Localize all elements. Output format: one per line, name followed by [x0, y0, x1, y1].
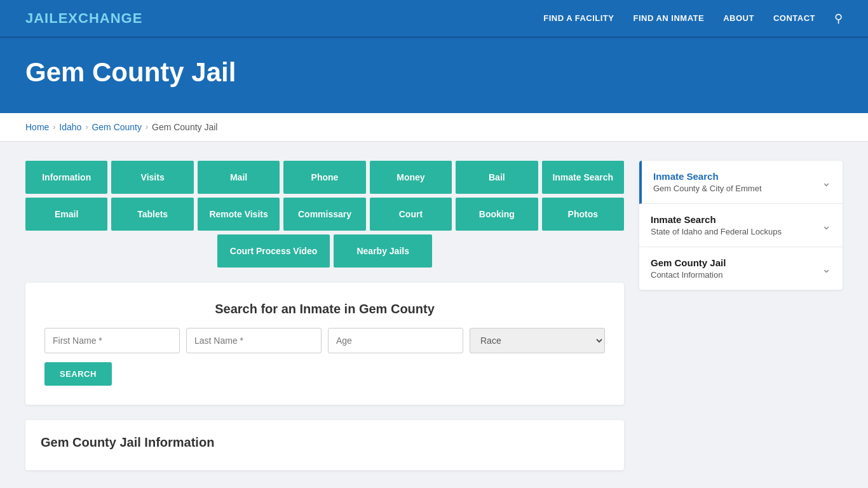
info-section: Gem County Jail Information: [25, 420, 624, 470]
right-sidebar: Inmate Search Gem County & City of Emmet…: [639, 161, 843, 470]
btn-money[interactable]: Money: [370, 161, 452, 194]
nav-contact[interactable]: CONTACT: [773, 13, 815, 23]
btn-nearby-jails[interactable]: Nearby Jails: [334, 234, 432, 268]
sidebar-item-0[interactable]: Inmate Search Gem County & City of Emmet…: [639, 161, 843, 204]
btn-email[interactable]: Email: [25, 198, 107, 231]
nav-about[interactable]: ABOUT: [723, 13, 754, 23]
breadcrumb: Home › Idaho › Gem County › Gem County J…: [0, 113, 868, 142]
sidebar-item-1[interactable]: Inmate Search State of Idaho and Federal…: [639, 204, 843, 247]
logo-jail: JAIL: [25, 10, 58, 26]
chevron-down-icon-2: ⌄: [822, 262, 831, 276]
btn-remote-visits[interactable]: Remote Visits: [198, 198, 280, 231]
breadcrumb-sep-2: ›: [85, 123, 88, 132]
breadcrumb-idaho[interactable]: Idaho: [59, 122, 81, 132]
btn-court-process-video[interactable]: Court Process Video: [217, 234, 330, 268]
chevron-down-icon-0: ⌄: [822, 175, 831, 189]
last-name-input[interactable]: [186, 328, 322, 353]
btn-mail[interactable]: Mail: [198, 161, 280, 194]
sidebar-item-text-0: Inmate Search Gem County & City of Emmet: [653, 171, 762, 193]
hero-banner: Gem County Jail: [0, 38, 868, 113]
chevron-down-icon-1: ⌄: [822, 219, 831, 233]
btn-bail[interactable]: Bail: [456, 161, 538, 194]
first-name-input[interactable]: [44, 328, 180, 353]
grid-row-2: Email Tablets Remote Visits Commissary C…: [25, 198, 624, 231]
main-content: Information Visits Mail Phone Money Bail…: [0, 142, 868, 488]
breadcrumb-sep-1: ›: [53, 123, 55, 132]
logo-exchange: EXCHANGE: [58, 10, 143, 26]
btn-commissary[interactable]: Commissary: [283, 198, 365, 231]
btn-information[interactable]: Information: [25, 161, 107, 194]
btn-photos[interactable]: Photos: [542, 198, 624, 231]
breadcrumb-sep-3: ›: [146, 123, 148, 132]
search-fields: Race White Black Hispanic Asian Native A…: [44, 328, 605, 353]
btn-inmate-search[interactable]: Inmate Search: [542, 161, 624, 194]
sidebar-card: Inmate Search Gem County & City of Emmet…: [639, 161, 843, 290]
search-icon[interactable]: ⚲: [834, 11, 843, 25]
race-select[interactable]: Race White Black Hispanic Asian Native A…: [470, 328, 605, 353]
sidebar-item-subtitle-0: Gem County & City of Emmet: [653, 184, 762, 193]
sidebar-item-subtitle-2: Contact Information: [651, 270, 726, 280]
breadcrumb-home[interactable]: Home: [25, 122, 49, 132]
page-title: Gem County Jail: [25, 57, 843, 88]
inmate-search-box: Search for an Inmate in Gem County Race …: [25, 283, 624, 405]
sidebar-item-text-1: Inmate Search State of Idaho and Federal…: [651, 214, 782, 236]
nav-find-facility[interactable]: FIND A FACILITY: [543, 13, 614, 23]
grid-row-1: Information Visits Mail Phone Money Bail…: [25, 161, 624, 194]
breadcrumb-gem-county[interactable]: Gem County: [92, 122, 142, 132]
site-logo[interactable]: JAILEXCHANGE: [25, 10, 142, 27]
search-button[interactable]: SEARCH: [44, 362, 112, 386]
navbar: JAILEXCHANGE FIND A FACILITY FIND AN INM…: [0, 0, 868, 38]
sidebar-item-title-0: Inmate Search: [653, 171, 762, 182]
search-title: Search for an Inmate in Gem County: [44, 302, 605, 316]
info-title: Gem County Jail Information: [41, 435, 609, 450]
left-section: Information Visits Mail Phone Money Bail…: [25, 161, 624, 470]
btn-booking[interactable]: Booking: [456, 198, 538, 231]
sidebar-item-subtitle-1: State of Idaho and Federal Lockups: [651, 227, 782, 236]
btn-phone[interactable]: Phone: [283, 161, 365, 194]
sidebar-item-title-2: Gem County Jail: [651, 257, 726, 268]
sidebar-item-2[interactable]: Gem County Jail Contact Information ⌄: [639, 247, 843, 290]
btn-tablets[interactable]: Tablets: [111, 198, 193, 231]
age-input[interactable]: [328, 328, 463, 353]
nav-links: FIND A FACILITY FIND AN INMATE ABOUT CON…: [543, 11, 843, 25]
grid-row-3: Court Process Video Nearby Jails: [25, 234, 624, 268]
btn-visits[interactable]: Visits: [111, 161, 193, 194]
nav-find-inmate[interactable]: FIND AN INMATE: [633, 13, 704, 23]
sidebar-item-title-1: Inmate Search: [651, 214, 782, 225]
btn-court[interactable]: Court: [370, 198, 452, 231]
breadcrumb-current: Gem County Jail: [152, 122, 217, 132]
sidebar-item-text-2: Gem County Jail Contact Information: [651, 257, 726, 280]
